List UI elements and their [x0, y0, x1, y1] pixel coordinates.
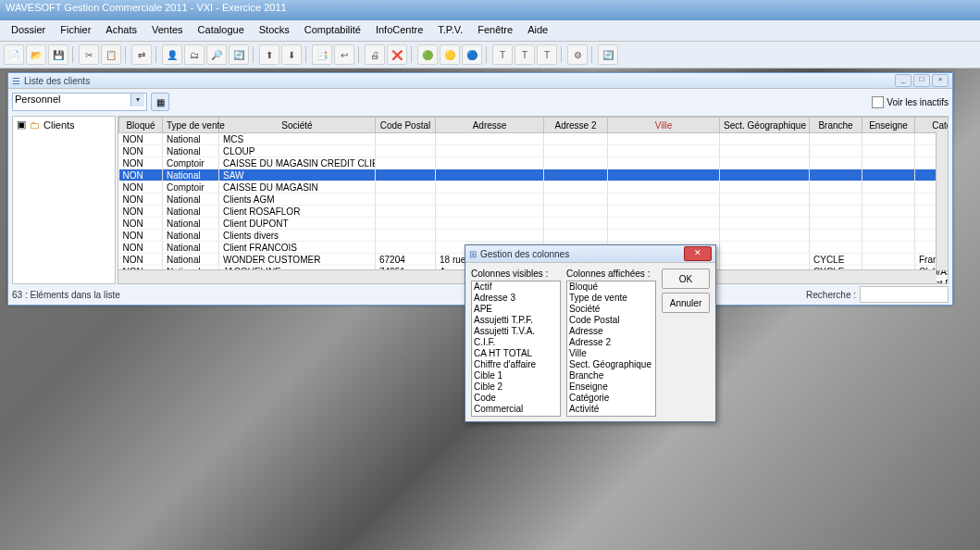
list-item[interactable]: Sect. Géographique — [567, 359, 655, 370]
vertical-scrollbar[interactable] — [936, 131, 948, 270]
toolbar-button[interactable]: 🔎 — [206, 44, 227, 65]
voir-inactifs-checkbox[interactable] — [872, 96, 884, 108]
toolbar-button[interactable]: 💾 — [48, 44, 68, 65]
list-item[interactable]: CA HT TOTAL — [472, 348, 560, 359]
menu-ventes[interactable]: Ventes — [144, 22, 191, 37]
close-button[interactable]: × — [932, 74, 949, 87]
toolbar-button[interactable]: ⇄ — [131, 44, 152, 65]
list-item[interactable]: Cible 2 — [472, 381, 560, 393]
menu-infocentre[interactable]: InfoCentre — [368, 22, 430, 37]
toolbar-button[interactable]: ⚙ — [567, 44, 588, 65]
toolbar-button[interactable]: ⬇ — [281, 44, 302, 65]
list-item[interactable]: Compte — [472, 415, 560, 417]
toolbar-button[interactable]: 👤 — [162, 44, 182, 65]
table-row[interactable]: NONNationalClients AGM — [119, 194, 949, 206]
column-header[interactable]: Type de vente — [163, 118, 219, 133]
toolbar-button[interactable]: ❌ — [387, 44, 407, 65]
list-item[interactable]: Assujetti T.V.A. — [472, 326, 560, 337]
list-item[interactable]: Cible 1 — [472, 370, 560, 381]
toolbar-button[interactable]: 🗂 — [184, 44, 205, 65]
toolbar-button[interactable]: ⬆ — [259, 44, 279, 65]
toolbar-button[interactable]: 📋 — [101, 44, 121, 65]
toolbar-button[interactable]: T — [515, 44, 535, 65]
list-item[interactable]: Chiffre d'affaire — [472, 359, 560, 370]
menu-stocks[interactable]: Stocks — [252, 22, 297, 37]
table-row[interactable]: NONComptoirCAISSE DU MAGASIN CREDIT CLIE… — [119, 157, 949, 169]
toolbar-button[interactable]: 📑 — [312, 44, 332, 65]
list-item[interactable]: APE — [472, 304, 560, 315]
list-item[interactable]: Branche — [567, 370, 655, 381]
menu-catalogue[interactable]: Catalogue — [191, 22, 252, 37]
toolbar-button[interactable]: T — [492, 44, 513, 65]
toolbar-button[interactable]: ↩ — [334, 44, 354, 65]
filter-combo[interactable]: Personnel ▾ — [12, 93, 147, 111]
column-header[interactable]: Adresse — [436, 118, 544, 133]
list-item[interactable]: Priorité — [567, 415, 655, 417]
table-cell — [608, 169, 720, 181]
list-item[interactable]: Bloqué — [567, 281, 655, 293]
list-item[interactable]: Société — [567, 304, 655, 315]
column-header[interactable]: Sect. Géographique — [720, 118, 810, 133]
column-header[interactable]: Branche — [810, 118, 862, 133]
list-item[interactable]: Actif — [472, 281, 560, 293]
menu-aide[interactable]: Aide — [520, 22, 555, 37]
table-row[interactable]: NONNationalClient DUPONT — [119, 218, 949, 230]
list-item[interactable]: Activité — [567, 404, 655, 415]
list-item[interactable]: Assujetti T.P.F. — [472, 315, 560, 326]
list-item[interactable]: Code — [472, 393, 560, 404]
toolbar-button[interactable]: 📂 — [26, 44, 46, 65]
table-row[interactable]: NONNationalSAW — [119, 169, 949, 181]
column-header[interactable]: Enseigne — [862, 118, 915, 133]
menu-dossier[interactable]: Dossier — [4, 22, 53, 37]
toolbar-button[interactable]: T — [537, 44, 557, 65]
list-item[interactable]: Enseigne — [567, 381, 655, 393]
list-item[interactable]: Ville — [567, 348, 655, 359]
list-item[interactable]: Code Postal — [567, 315, 655, 326]
maximize-button[interactable]: □ — [913, 74, 930, 87]
tree-root-item[interactable]: ▣ 🗀 Clients — [13, 117, 115, 132]
table-cell — [376, 206, 436, 218]
search-input[interactable] — [860, 286, 949, 303]
table-cell: NON — [119, 133, 163, 145]
ok-button[interactable]: OK — [662, 269, 710, 289]
toolbar-button[interactable]: 🟢 — [417, 44, 438, 65]
toolbar-button[interactable]: 🔵 — [462, 44, 482, 65]
column-header[interactable]: Bloqué — [119, 118, 163, 133]
filter-apply-button[interactable]: ▦ — [151, 93, 169, 111]
table-row[interactable]: NONNationalMCS — [119, 133, 949, 145]
menu-achats[interactable]: Achats — [98, 22, 144, 37]
displayed-columns-listbox[interactable]: BloquéType de venteSociétéCode PostalAdr… — [566, 281, 656, 417]
table-row[interactable]: NONNationalClient ROSAFLOR — [119, 206, 949, 218]
menu-comptabilit[interactable]: Comptabilité — [297, 22, 368, 37]
list-item[interactable]: Adresse 2 — [567, 337, 655, 348]
toolbar-button[interactable]: ✂ — [79, 44, 99, 65]
list-item[interactable]: C.I.F. — [472, 337, 560, 348]
menu-fichier[interactable]: Fichier — [53, 22, 98, 37]
tree-panel: ▣ 🗀 Clients — [12, 116, 116, 284]
toolbar-button[interactable]: 🔄 — [598, 44, 618, 65]
column-header[interactable]: Code Postal — [376, 118, 436, 133]
menu-fentre[interactable]: Fenêtre — [470, 22, 520, 37]
list-item[interactable]: Commercial — [472, 404, 560, 415]
list-item[interactable]: Adresse 3 — [472, 293, 560, 304]
minimize-button[interactable]: _ — [895, 74, 912, 87]
column-header[interactable]: Ville — [608, 118, 720, 133]
table-row[interactable]: NONNationalClients divers — [119, 230, 949, 242]
visible-columns-listbox[interactable]: ActifAdresse 3APEAssujetti T.P.F.Assujet… — [471, 281, 561, 417]
toolbar-button[interactable]: 🖨 — [365, 44, 385, 65]
cancel-button[interactable]: Annuler — [662, 293, 710, 313]
dialog-close-button[interactable]: ✕ — [684, 246, 712, 261]
table-cell — [544, 206, 608, 218]
list-item[interactable]: Adresse — [567, 326, 655, 337]
toolbar-button[interactable]: 🔄 — [229, 44, 249, 65]
table-row[interactable]: NONNationalCLOUP — [119, 145, 949, 157]
column-header[interactable]: Société — [219, 118, 376, 133]
menu-tpv[interactable]: T.P.V. — [430, 22, 470, 37]
table-row[interactable]: NONComptoirCAISSE DU MAGASIN — [119, 181, 949, 194]
list-item[interactable]: Catégorie — [567, 393, 655, 404]
toolbar-button[interactable]: 📄 — [4, 44, 24, 65]
column-header[interactable]: Catégorie — [915, 118, 949, 133]
column-header[interactable]: Adresse 2 — [544, 118, 608, 133]
toolbar-button[interactable]: 🟡 — [440, 44, 460, 65]
list-item[interactable]: Type de vente — [567, 293, 655, 304]
